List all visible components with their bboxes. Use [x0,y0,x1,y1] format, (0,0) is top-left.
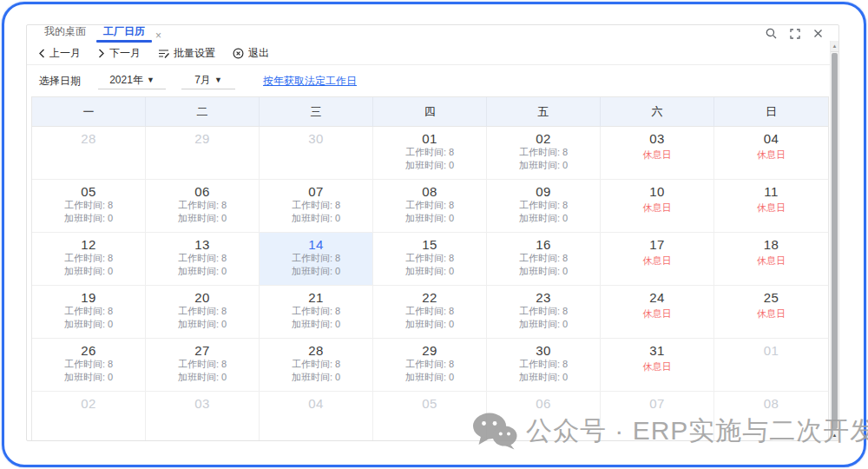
calendar-cell[interactable]: 09工作时间: 8加班时间: 0 [487,180,601,233]
calendar-cell[interactable]: 08工作时间: 8加班时间: 0 [373,180,487,233]
calendar-cell[interactable]: 19工作时间: 8加班时间: 0 [32,286,146,339]
close-icon[interactable] [813,29,823,38]
next-month-button[interactable]: 下一月 [98,46,141,61]
day-time-line: 加班时间: 0 [373,265,486,278]
day-number: 05 [373,396,486,411]
calendar-cell[interactable]: 07工作时间: 8加班时间: 0 [260,180,373,233]
vertical-scrollbar[interactable]: ▲ ▲ [830,41,838,440]
calendar-cell[interactable]: 05工作时间: 8加班时间: 0 [32,180,146,233]
batch-settings-button[interactable]: 批量设置 [158,46,215,61]
calendar-cell[interactable]: 29工作时间: 8加班时间: 0 [373,339,487,392]
day-time-line: 工作时间: 8 [260,305,372,318]
calendar-cell[interactable]: 04休息日 [714,127,828,180]
calendar-cell[interactable]: 20工作时间: 8加班时间: 0 [146,286,260,339]
calendar-cell[interactable]: 15工作时间: 8加班时间: 0 [373,233,487,286]
scroll-down-arrow[interactable]: ▲ [831,429,838,440]
exit-button[interactable]: 退出 [233,46,269,61]
day-time-line: 加班时间: 0 [32,265,145,278]
calendar-cell[interactable]: 24休息日 [601,286,714,339]
fetch-legal-workdays-link[interactable]: 按年获取法定工作日 [263,74,357,89]
calendar-cell[interactable]: 16工作时间: 8加班时间: 0 [487,233,601,286]
maximize-icon[interactable] [790,29,800,39]
day-number: 03 [146,396,259,411]
day-number: 02 [32,396,145,411]
calendar-cell[interactable]: 30工作时间: 8加班时间: 0 [487,339,601,392]
day-time-line: 工作时间: 8 [487,305,600,318]
day-number: 13 [146,237,259,252]
calendar-cell[interactable]: 25休息日 [714,286,828,339]
day-time-line: 工作时间: 8 [373,199,486,212]
exit-label: 退出 [248,46,269,61]
calendar-cell[interactable]: 18休息日 [714,233,828,286]
calendar-cell[interactable]: 28工作时间: 8加班时间: 0 [260,339,373,392]
day-time-line: 加班时间: 0 [373,371,486,384]
calendar-body: 28293001工作时间: 8加班时间: 002工作时间: 8加班时间: 003… [32,127,828,441]
day-time-line: 加班时间: 0 [487,159,600,172]
calendar-cell[interactable]: 10休息日 [601,180,714,233]
day-time-line: 加班时间: 0 [146,371,259,384]
day-time-line: 工作时间: 8 [260,358,372,371]
day-number: 01 [373,131,486,146]
tab-my-desktop[interactable]: 我的桌面 [36,24,95,42]
day-number: 23 [487,290,600,305]
day-number: 04 [260,396,372,411]
chevron-left-icon [38,49,45,58]
calendar-cell[interactable]: 17休息日 [601,233,714,286]
day-time-line: 工作时间: 8 [487,199,600,212]
calendar-cell: 05 [373,392,487,441]
scrollbar-thumb[interactable] [832,53,838,429]
rest-day-label: 休息日 [714,149,828,162]
calendar-cell[interactable]: 23工作时间: 8加班时间: 0 [487,286,601,339]
calendar-cell[interactable]: 01工作时间: 8加班时间: 0 [373,127,487,180]
day-time-line: 工作时间: 8 [373,305,486,318]
day-number: 30 [487,343,600,358]
day-number: 29 [146,131,259,146]
day-time-line: 工作时间: 8 [487,358,600,371]
search-icon[interactable] [766,28,777,39]
rest-day-label: 休息日 [714,254,828,268]
day-number: 21 [260,290,372,305]
calendar-cell[interactable]: 31休息日 [601,339,714,392]
day-time-line: 工作时间: 8 [373,146,486,159]
day-time-line: 加班时间: 0 [487,318,600,331]
day-number: 09 [487,184,600,199]
scroll-up-arrow[interactable]: ▲ [831,41,838,52]
weekday-header: 日 [714,97,828,127]
day-time-line: 加班时间: 0 [373,212,486,225]
batch-settings-label: 批量设置 [174,46,215,61]
tab-close-icon[interactable]: × [155,30,161,42]
day-number: 03 [601,131,713,146]
day-number: 08 [714,396,828,411]
window-controls [766,28,823,39]
calendar-cell[interactable]: 06工作时间: 8加班时间: 0 [146,180,260,233]
calendar-cell[interactable]: 11休息日 [714,180,828,233]
day-time-line: 工作时间: 8 [146,252,259,265]
caret-down-icon: ▼ [214,76,222,84]
month-select[interactable]: 7月 ▼ [181,72,235,89]
calendar-cell[interactable]: 12工作时间: 8加班时间: 0 [32,233,146,286]
day-time-line: 工作时间: 8 [146,199,259,212]
calendar-cell[interactable]: 22工作时间: 8加班时间: 0 [373,286,487,339]
calendar-cell[interactable]: 03休息日 [601,127,714,180]
calendar-cell: 01 [714,339,828,392]
year-select-value: 2021年 [109,73,143,88]
calendar-cell[interactable]: 02工作时间: 8加班时间: 0 [487,127,601,180]
calendar-toolbar: 上一月 下一月 批量设置 退出 [27,42,838,65]
rest-day-label: 休息日 [601,201,713,215]
prev-month-button[interactable]: 上一月 [38,46,81,61]
year-select[interactable]: 2021年 ▼ [98,72,166,89]
calendar-cell[interactable]: 21工作时间: 8加班时间: 0 [260,286,373,339]
day-time-line: 工作时间: 8 [373,252,486,265]
day-time-line: 工作时间: 8 [146,358,259,371]
calendar-cell[interactable]: 14工作时间: 8加班时间: 0 [260,233,373,286]
day-number: 16 [487,237,600,252]
day-number: 29 [373,343,486,358]
rest-day-label: 休息日 [601,360,713,373]
calendar-cell[interactable]: 26工作时间: 8加班时间: 0 [32,339,146,392]
tab-factory-calendar[interactable]: 工厂日历 [95,24,154,42]
day-number: 30 [260,131,372,146]
calendar-cell[interactable]: 27工作时间: 8加班时间: 0 [146,339,260,392]
calendar-cell[interactable]: 13工作时间: 8加班时间: 0 [146,233,260,286]
day-time-line: 工作时间: 8 [487,252,600,265]
day-number: 12 [32,237,145,252]
